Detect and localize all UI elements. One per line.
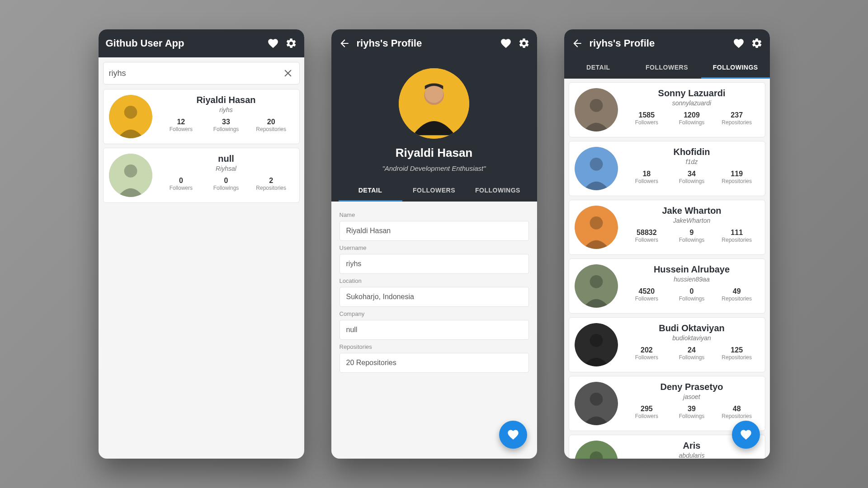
field-label: Name [340,211,529,218]
user-stats: 4520Followers 0Followings 49Repositories [624,287,760,302]
tab-detail[interactable]: DETAIL [564,57,633,79]
stat-label: Followings [669,354,714,361]
profile-bio: "Android Development Enthusiast" [382,164,486,172]
user-info: Deny Prasetyo jasoet 295Followers 39Foll… [624,382,760,425]
search-box[interactable] [103,62,300,84]
screen-title: riyhs's Profile [590,38,726,49]
stat-value: 2 [249,177,294,185]
repos-stat: 48Repositories [714,405,760,419]
stat-value: 33 [203,118,249,126]
stat-label: Followings [203,185,249,191]
tab-followings[interactable]: FOLLOWINGS [701,57,770,79]
stat-value: 0 [159,177,204,185]
user-card[interactable]: Deny Prasetyo jasoet 295Followers 39Foll… [569,376,765,431]
user-info: Riyaldi Hasan riyhs 12Followers 33Follow… [159,95,294,138]
user-card[interactable]: Hussein Alrubaye hussien89aa 4520Followe… [569,258,765,314]
stat-value: 24 [669,346,714,354]
back-icon[interactable] [571,38,583,49]
gear-icon[interactable] [518,38,530,49]
user-handle: riyhs [219,106,233,113]
heart-icon[interactable] [733,38,745,49]
appbar: riyhs's Profile [331,29,537,57]
tab-followers[interactable]: FOLLOWERS [402,180,466,202]
user-stats: 295Followers 39Followings 48Repositories [624,405,760,419]
user-card[interactable]: Jake Wharton JakeWharton 58832Followers … [569,200,765,255]
user-name: Budi Oktaviyan [659,323,725,333]
stat-value: 295 [624,405,670,413]
appbar: riyhs's Profile [564,29,770,57]
stat-value: 20 [249,118,294,126]
stat-value: 1585 [624,111,670,119]
user-card[interactable]: Riyaldi Hasan riyhs 12Followers 33Follow… [103,89,300,144]
followings-stat: 39Followings [669,405,714,419]
tab-detail[interactable]: DETAIL [339,180,402,202]
user-card[interactable]: Sonny Lazuardi sonnylazuardi 1585Followe… [569,82,765,137]
favorite-fab[interactable] [499,421,527,449]
user-name: Deny Prasetyo [660,382,723,392]
avatar [109,154,152,197]
user-handle: abdularis [679,452,705,459]
heart-icon[interactable] [500,38,512,49]
repos-stat: 111Repositories [714,229,760,243]
repos-stat: 2Repositories [249,177,294,191]
screen-title: riyhs's Profile [357,38,494,49]
avatar [575,147,618,190]
profile-header: Riyaldi Hasan "Android Development Enthu… [331,57,537,202]
gear-icon[interactable] [285,38,297,49]
followers-stat: 295Followers [624,405,670,419]
user-stats: 58832Followers 9Followings 111Repositori… [624,229,760,243]
tab-bar: DETAILFOLLOWERSFOLLOWINGS [339,180,530,202]
user-card[interactable]: Budi Oktaviyan budioktaviyan 202Follower… [569,317,765,372]
repos-stat: 49Repositories [714,287,760,302]
gear-icon[interactable] [751,38,763,49]
stat-label: Repositories [714,178,760,184]
avatar [399,68,469,139]
stat-label: Followings [669,296,714,302]
followers-stat: 1585Followers [624,111,670,126]
user-info: Khofidin f1dz 18Followers 34Followings 1… [624,147,760,190]
stat-value: 12 [159,118,204,126]
stat-label: Followers [624,354,670,361]
repos-stat: 119Repositories [714,170,760,184]
search-input[interactable] [109,69,282,78]
tab-followers[interactable]: FOLLOWERS [632,57,701,79]
appbar: Github User App [99,29,304,57]
followings-list: Sonny Lazuardi sonnylazuardi 1585Followe… [564,79,770,459]
user-card[interactable]: Khofidin f1dz 18Followers 34Followings 1… [569,141,765,196]
field-label: Username [340,244,529,251]
tab-followings[interactable]: FOLLOWINGS [466,180,530,202]
repos-stat: 125Repositories [714,346,760,361]
stat-label: Followings [669,119,714,126]
close-icon[interactable] [282,67,294,79]
stat-label: Followers [624,237,670,243]
heart-icon[interactable] [267,38,279,49]
user-name: Aris [683,441,701,451]
avatar [575,382,618,425]
stat-value: 202 [624,346,670,354]
stat-value: 119 [714,170,760,178]
back-icon[interactable] [339,38,350,49]
repos-stat: 20Repositories [249,118,294,132]
stat-value: 9 [669,229,714,237]
followings-stat: 0Followings [203,177,249,191]
search-container [99,57,304,89]
avatar [575,88,618,131]
repos-stat: 237Repositories [714,111,760,126]
profile-detail-screen: riyhs's Profile Riyaldi Hasan "Android D… [331,29,537,459]
favorite-fab[interactable] [732,421,760,449]
user-card[interactable]: null Riyhsal 0Followers 0Followings 2Rep… [103,148,300,203]
stat-value: 34 [669,170,714,178]
stat-value: 18 [624,170,670,178]
stat-value: 0 [669,287,714,296]
user-handle: sonnylazuardi [672,99,711,107]
stat-label: Repositories [249,126,294,132]
stat-label: Repositories [714,354,760,361]
followings-screen: riyhs's Profile DETAILFOLLOWERSFOLLOWING… [564,29,770,459]
user-stats: 12Followers 33Followings 20Repositories [159,118,294,132]
avatar [109,95,152,138]
stat-label: Followings [669,178,714,184]
followings-stat: 0Followings [669,287,714,302]
user-handle: Riyhsal [216,165,236,172]
stat-value: 39 [669,405,714,413]
stat-label: Followers [624,296,670,302]
